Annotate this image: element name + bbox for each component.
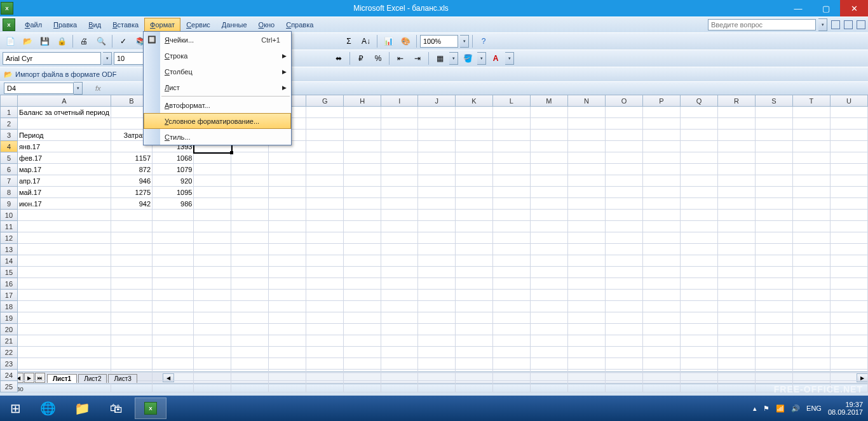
cell-K9[interactable] bbox=[456, 198, 493, 210]
cell-S17[interactable] bbox=[756, 290, 793, 301]
cell-O5[interactable] bbox=[605, 152, 642, 164]
cell-K15[interactable] bbox=[456, 267, 493, 278]
cell-G15[interactable] bbox=[306, 267, 344, 278]
cell-F5[interactable] bbox=[269, 152, 306, 164]
fill-color-dropdown[interactable]: ▾ bbox=[477, 52, 486, 65]
cell-J8[interactable] bbox=[418, 187, 456, 198]
cell-Q15[interactable] bbox=[680, 267, 717, 278]
cell-I21[interactable] bbox=[381, 335, 418, 347]
sheet-tab-Лист3[interactable]: Лист3 bbox=[108, 374, 137, 383]
col-header-G[interactable]: G bbox=[306, 95, 344, 107]
cell-D14[interactable] bbox=[194, 255, 231, 267]
spellcheck-icon[interactable]: ✓ bbox=[116, 34, 131, 49]
cell-L10[interactable] bbox=[492, 210, 530, 221]
mdi-minimize[interactable] bbox=[831, 20, 840, 29]
drawing-icon[interactable]: 🎨 bbox=[398, 34, 413, 49]
cell-S4[interactable] bbox=[756, 141, 793, 152]
menu-item[interactable]: Лист▶ bbox=[144, 79, 291, 95]
cell-P19[interactable] bbox=[643, 312, 681, 324]
cell-H8[interactable] bbox=[344, 187, 381, 198]
cell-J16[interactable] bbox=[418, 278, 456, 290]
cell-U1[interactable] bbox=[830, 107, 867, 118]
cell-C16[interactable] bbox=[153, 278, 194, 290]
cell-P5[interactable] bbox=[643, 152, 681, 164]
cell-F23[interactable] bbox=[269, 358, 306, 370]
cell-H21[interactable] bbox=[344, 335, 381, 347]
cell-J11[interactable] bbox=[418, 221, 456, 232]
row-header-8[interactable]: 8 bbox=[1, 187, 18, 198]
cell-H22[interactable] bbox=[344, 347, 381, 358]
cell-C5[interactable]: 1068 bbox=[153, 152, 194, 164]
font-size-selector[interactable]: 10 bbox=[114, 52, 144, 65]
cell-S24[interactable] bbox=[756, 370, 793, 381]
cell-C19[interactable] bbox=[153, 312, 194, 324]
cell-J19[interactable] bbox=[418, 312, 456, 324]
zoom-dropdown[interactable]: ▾ bbox=[460, 35, 469, 48]
cell-R17[interactable] bbox=[718, 290, 756, 301]
cell-M15[interactable] bbox=[530, 267, 567, 278]
cell-P8[interactable] bbox=[643, 187, 681, 198]
cell-I6[interactable] bbox=[381, 164, 418, 175]
cell-B19[interactable] bbox=[111, 312, 152, 324]
cell-J24[interactable] bbox=[418, 370, 456, 381]
dec-indent-icon[interactable]: ⇤ bbox=[393, 51, 408, 66]
cell-I14[interactable] bbox=[381, 255, 418, 267]
cell-F8[interactable] bbox=[269, 187, 306, 198]
cell-C21[interactable] bbox=[153, 335, 194, 347]
cell-S16[interactable] bbox=[756, 278, 793, 290]
cell-T2[interactable] bbox=[792, 118, 830, 130]
cell-M19[interactable] bbox=[530, 312, 567, 324]
cell-I13[interactable] bbox=[381, 244, 418, 255]
cell-P12[interactable] bbox=[643, 232, 681, 244]
cell-U4[interactable] bbox=[830, 141, 867, 152]
cell-K10[interactable] bbox=[456, 210, 493, 221]
name-box[interactable]: D4 bbox=[4, 83, 74, 94]
col-header-U[interactable]: U bbox=[830, 95, 867, 107]
cell-B6[interactable]: 872 bbox=[111, 164, 152, 175]
menu-item[interactable]: Стиль... bbox=[144, 129, 291, 145]
cell-G10[interactable] bbox=[306, 210, 344, 221]
cell-D22[interactable] bbox=[194, 347, 231, 358]
cell-P7[interactable] bbox=[643, 175, 681, 187]
cell-D25[interactable] bbox=[194, 381, 231, 392]
cell-G11[interactable] bbox=[306, 221, 344, 232]
cell-D23[interactable] bbox=[194, 358, 231, 370]
row-header-22[interactable]: 22 bbox=[1, 347, 18, 358]
cell-R24[interactable] bbox=[718, 370, 756, 381]
row-header-5[interactable]: 5 bbox=[1, 152, 18, 164]
cell-P14[interactable] bbox=[643, 255, 681, 267]
col-header-Q[interactable]: Q bbox=[680, 95, 717, 107]
cell-D11[interactable] bbox=[194, 221, 231, 232]
cell-T23[interactable] bbox=[792, 358, 830, 370]
cell-A11[interactable] bbox=[17, 221, 111, 232]
cell-K8[interactable] bbox=[456, 187, 493, 198]
cell-Q7[interactable] bbox=[680, 175, 717, 187]
cell-U18[interactable] bbox=[830, 301, 867, 312]
cell-M5[interactable] bbox=[530, 152, 567, 164]
cell-R18[interactable] bbox=[718, 301, 756, 312]
cell-Q22[interactable] bbox=[680, 347, 717, 358]
cell-R9[interactable] bbox=[718, 198, 756, 210]
cell-S6[interactable] bbox=[756, 164, 793, 175]
cell-J5[interactable] bbox=[418, 152, 456, 164]
cell-K5[interactable] bbox=[456, 152, 493, 164]
cell-B8[interactable]: 1275 bbox=[111, 187, 152, 198]
cell-N1[interactable] bbox=[567, 107, 605, 118]
cell-N14[interactable] bbox=[567, 255, 605, 267]
cell-N7[interactable] bbox=[567, 175, 605, 187]
cell-K24[interactable] bbox=[456, 370, 493, 381]
fx-label[interactable]: fx bbox=[95, 84, 101, 92]
cell-A10[interactable] bbox=[17, 210, 111, 221]
cell-F19[interactable] bbox=[269, 312, 306, 324]
cell-U11[interactable] bbox=[830, 221, 867, 232]
cell-R19[interactable] bbox=[718, 312, 756, 324]
cell-N5[interactable] bbox=[567, 152, 605, 164]
cell-J14[interactable] bbox=[418, 255, 456, 267]
cell-O12[interactable] bbox=[605, 232, 642, 244]
cell-U3[interactable] bbox=[830, 130, 867, 141]
cell-N20[interactable] bbox=[567, 324, 605, 335]
row-header-24[interactable]: 24 bbox=[1, 370, 18, 381]
cell-P21[interactable] bbox=[643, 335, 681, 347]
cell-T15[interactable] bbox=[792, 267, 830, 278]
cell-T11[interactable] bbox=[792, 221, 830, 232]
